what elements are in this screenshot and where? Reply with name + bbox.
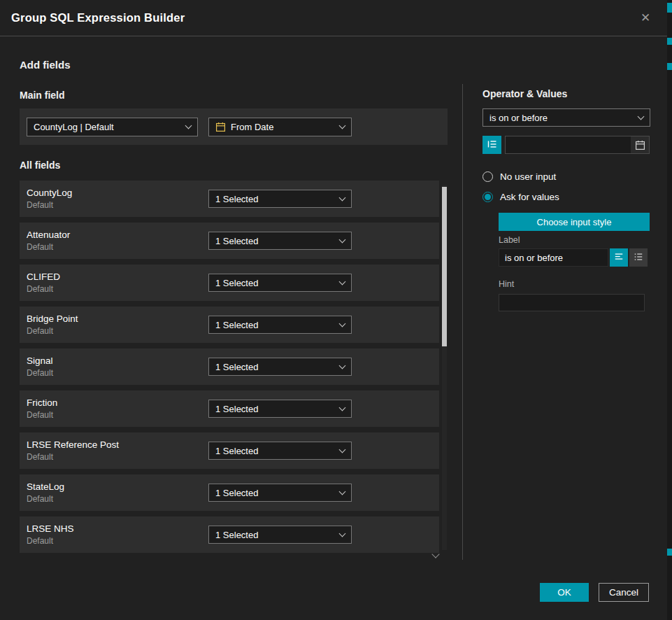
field-info: Attenuator Default <box>27 230 208 252</box>
field-info: StateLog Default <box>27 481 208 504</box>
field-row-clifed: CLIFED Default 1 Selected <box>20 265 439 301</box>
unique-values-button[interactable] <box>482 136 501 154</box>
scrollbar-thumb[interactable] <box>442 187 447 346</box>
scrollbar-marker <box>667 38 672 45</box>
chevron-down-icon <box>339 122 346 129</box>
chevron-down-icon <box>638 113 645 120</box>
chevron-down-icon <box>339 446 346 453</box>
field-subtitle: Default <box>27 200 208 210</box>
close-icon[interactable]: ✕ <box>635 8 656 29</box>
dialog-titlebar: Group SQL Expression Builder ✕ <box>0 0 667 36</box>
main-field-row: CountyLog | Default From Date <box>20 108 448 145</box>
selected-count: 1 Selected <box>215 362 335 372</box>
main-date-field-value: From Date <box>231 122 335 132</box>
field-selected-dropdown[interactable]: 1 Selected <box>208 526 352 544</box>
field-row-lrse-reference-post: LRSE Reference Post Default 1 Selected <box>20 432 439 469</box>
field-subtitle: Default <box>27 326 208 336</box>
calendar-icon <box>635 140 645 150</box>
field-subtitle: Default <box>27 284 208 294</box>
field-selected-dropdown[interactable]: 1 Selected <box>208 484 352 502</box>
field-info: Friction Default <box>27 397 208 420</box>
page-scrollbar[interactable] <box>667 0 672 620</box>
field-info: CountyLog Default <box>27 188 208 210</box>
field-selected-dropdown[interactable]: 1 Selected <box>208 316 352 334</box>
layer-dropdown-value: CountyLog | Default <box>34 122 181 132</box>
chevron-down-icon <box>339 320 346 327</box>
layer-dropdown[interactable]: CountyLog | Default <box>27 118 198 136</box>
bullet-list-icon <box>634 252 643 264</box>
field-selected-dropdown[interactable]: 1 Selected <box>208 274 352 292</box>
date-value-input[interactable] <box>505 136 650 154</box>
field-subtitle: Default <box>27 494 208 504</box>
hint-caption: Hint <box>499 279 514 289</box>
align-left-icon <box>614 252 624 264</box>
field-selected-dropdown[interactable]: 1 Selected <box>208 190 352 208</box>
radio-ask-for-values[interactable]: Ask for values <box>482 192 559 202</box>
selected-count: 1 Selected <box>215 404 335 414</box>
calendar-picker-button[interactable] <box>631 136 649 153</box>
field-subtitle: Default <box>27 452 208 462</box>
chevron-down-icon <box>339 362 346 369</box>
scrollbar-marker <box>667 549 672 556</box>
label-input[interactable] <box>499 248 608 267</box>
ok-button[interactable]: OK <box>540 583 589 602</box>
single-value-style-button[interactable] <box>610 248 628 267</box>
unique-values-icon <box>487 139 498 152</box>
hint-input[interactable] <box>499 294 645 311</box>
radio-no-user-input[interactable]: No user input <box>482 171 556 182</box>
selected-count: 1 Selected <box>215 488 335 498</box>
field-row-bridge-point: Bridge Point Default 1 Selected <box>20 307 439 343</box>
chevron-down-icon <box>339 488 346 495</box>
dialog-title: Group SQL Expression Builder <box>11 11 185 24</box>
scrollbar-marker <box>667 3 672 13</box>
selected-count: 1 Selected <box>215 320 335 330</box>
field-info: LRSE NHS Default <box>27 523 208 546</box>
radio-label: Ask for values <box>500 192 559 202</box>
field-name: CountyLog <box>27 188 208 198</box>
radio-unchecked-icon <box>482 171 493 182</box>
list-style-button[interactable] <box>629 248 648 267</box>
field-selected-dropdown[interactable]: 1 Selected <box>208 400 352 418</box>
scrollbar-marker <box>667 63 672 70</box>
field-row-countylog: CountyLog Default 1 Selected <box>20 181 439 217</box>
selected-count: 1 Selected <box>215 530 335 540</box>
selected-count: 1 Selected <box>215 194 335 204</box>
field-selected-dropdown[interactable]: 1 Selected <box>208 442 352 460</box>
field-subtitle: Default <box>27 410 208 420</box>
label-caption: Label <box>499 235 520 245</box>
chevron-down-icon <box>339 236 346 243</box>
chevron-down-icon <box>185 122 192 129</box>
calendar-icon <box>215 122 226 132</box>
all-fields-list: CountyLog Default 1 Selected Attenuator … <box>20 181 439 558</box>
field-name: CLIFED <box>27 272 208 282</box>
choose-input-style-button[interactable]: Choose input style <box>499 213 650 231</box>
chevron-down-icon <box>339 278 346 285</box>
operator-dropdown-value: is on or before <box>489 113 634 123</box>
field-name: Attenuator <box>27 230 208 240</box>
main-date-field-dropdown[interactable]: From Date <box>208 118 352 136</box>
field-info: Signal Default <box>27 355 208 378</box>
all-fields-heading: All fields <box>20 160 60 171</box>
radio-checked-icon <box>482 192 493 202</box>
field-name: Friction <box>27 397 208 408</box>
field-selected-dropdown[interactable]: 1 Selected <box>208 232 352 250</box>
cancel-button[interactable]: Cancel <box>599 583 649 602</box>
selected-count: 1 Selected <box>215 278 335 288</box>
field-row-attenuator: Attenuator Default 1 Selected <box>20 223 439 259</box>
selected-count: 1 Selected <box>215 236 335 246</box>
chevron-down-icon <box>339 530 346 537</box>
chevron-down-icon <box>339 194 346 201</box>
field-name: Signal <box>27 355 208 366</box>
field-name: StateLog <box>27 481 208 492</box>
fields-list-scrollbar[interactable] <box>442 185 447 550</box>
field-info: Bridge Point Default <box>27 313 208 336</box>
field-row-friction: Friction Default 1 Selected <box>20 390 439 427</box>
main-field-heading: Main field <box>20 90 65 101</box>
add-fields-heading: Add fields <box>20 59 71 71</box>
field-selected-dropdown[interactable]: 1 Selected <box>208 358 352 376</box>
field-row-statelog: StateLog Default 1 Selected <box>20 474 439 511</box>
operator-values-heading: Operator & Values <box>482 88 567 99</box>
operator-dropdown[interactable]: is on or before <box>482 108 650 127</box>
field-name: LRSE Reference Post <box>27 439 208 450</box>
field-row-signal: Signal Default 1 Selected <box>20 348 439 385</box>
